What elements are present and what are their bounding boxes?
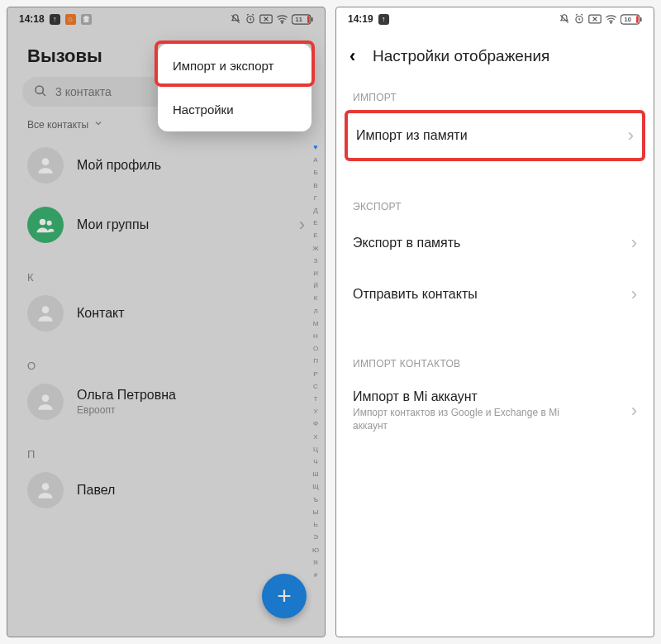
index-letter[interactable]: Ц [313,446,318,453]
svg-rect-5 [307,16,310,23]
row-import-from-memory[interactable]: Импорт из памяти › [345,110,645,161]
index-letter[interactable]: Ф [313,421,318,427]
menu-item-settings[interactable]: Настройки [158,88,311,131]
status-bar: 14:19 ↑ 10 [336,7,654,31]
contact-row-o[interactable]: Ольга Петровна Евроопт [7,372,325,432]
index-rail[interactable]: ♥ АБВГДЕЕЖЗИЙКЛМНОПРСТУФХЦЧШЩЪЫЬЭЮЯ# [310,144,321,579]
index-letter[interactable]: Д [313,208,317,214]
index-letter[interactable]: С [313,384,318,390]
section-header-k: К [7,255,325,284]
index-letter[interactable]: Г [314,195,317,202]
index-letter[interactable]: Э [313,534,318,541]
wifi-icon [605,14,617,24]
row-my-groups[interactable]: Мои группы › [7,195,325,255]
index-letter[interactable]: У [313,408,317,415]
index-letter[interactable]: Ж [312,246,318,252]
chevron-right-icon: › [631,232,637,254]
row-export-to-memory[interactable]: Экспорт в память › [336,217,654,269]
chevron-right-icon: › [631,400,637,422]
svg-point-7 [36,86,43,93]
index-letter[interactable]: Б [313,169,317,176]
x-status-icon [588,14,602,24]
chevron-right-icon: › [299,214,305,236]
chevron-down-icon [93,118,103,131]
groups-icon [27,207,64,243]
phone-left: 14:18 ↑ ⌂ 🗑 11 Вызовы [7,7,326,637]
my-groups-label: Мои группы [77,217,149,232]
alarm-icon [573,13,585,25]
row-my-profile[interactable]: Мой профиль [7,136,325,195]
contact-name: Контакт [77,306,125,321]
index-letter[interactable]: Ь [313,522,317,528]
svg-point-2 [282,22,283,23]
index-letter[interactable]: Ч [313,459,317,465]
chevron-right-icon: › [628,125,634,146]
index-letter[interactable]: К [314,295,318,302]
index-letter[interactable]: Я [313,560,318,566]
status-time: 14:19 [348,13,373,25]
index-letter[interactable]: Е [313,232,317,239]
setting-label: Отправить контакты [353,287,478,302]
index-letter[interactable]: Ъ [313,497,318,503]
back-button[interactable]: ‹ [350,45,373,67]
my-profile-label: Мой профиль [77,158,161,173]
svg-point-8 [42,158,50,165]
contact-row-k[interactable]: Контакт [7,284,325,343]
index-letter[interactable]: В [313,183,317,189]
index-letter[interactable]: Й [313,283,318,289]
setting-sublabel: Импорт контактов из Google и Exchange в … [353,407,584,432]
avatar-placeholder-icon [27,384,64,420]
index-letter[interactable]: Т [314,396,318,403]
dnd-icon [230,13,241,25]
index-letter[interactable]: А [313,157,317,164]
svg-point-9 [40,219,45,225]
index-letter[interactable]: Л [313,308,317,315]
alarm-icon [245,13,256,25]
avatar-placeholder-icon [27,295,64,332]
svg-text:11: 11 [296,16,302,23]
avatar-placeholder-icon [27,147,64,184]
dnd-icon [559,13,570,25]
search-placeholder: 3 контакта [55,85,112,98]
index-letter[interactable]: З [314,258,318,265]
index-letter[interactable]: Ш [312,471,318,478]
index-letter[interactable]: Ю [312,547,319,554]
menu-item-import-export[interactable]: Импорт и экспорт [158,44,311,88]
index-letter[interactable]: Е [313,220,317,227]
contact-subtitle: Евроопт [77,404,176,416]
index-letter[interactable]: И [313,270,318,277]
status-bar: 14:18 ↑ ⌂ 🗑 11 [7,7,325,31]
index-letter[interactable]: П [313,358,318,365]
setting-label: Импорт в Mi аккаунт [353,389,584,404]
svg-point-13 [42,483,50,490]
index-letter[interactable]: Ы [312,509,318,516]
contact-row-p[interactable]: Павел [7,460,325,520]
svg-text:10: 10 [625,16,631,23]
index-letter[interactable]: Х [313,434,317,441]
index-letter[interactable]: О [313,346,318,352]
svg-point-11 [42,306,50,313]
x-status-icon [259,14,273,24]
wifi-icon [276,14,288,24]
phone-right: 14:19 ↑ 10 ‹ Настройки отображения ИМПОР… [335,7,654,637]
row-share-contacts[interactable]: Отправить контакты › [336,269,654,320]
index-letter[interactable]: М [313,321,319,327]
chevron-right-icon: › [631,284,637,305]
heart-icon[interactable]: ♥ [313,144,317,151]
index-letter[interactable]: Щ [312,484,319,490]
app-icon: ⌂ [65,14,76,25]
filter-label: Все контакты [27,119,88,131]
contact-name: Ольга Петровна [77,388,176,403]
group-header-export: ЭКСПОРТ [336,163,654,217]
svg-point-10 [47,221,52,226]
section-header-p: П [7,432,325,460]
index-letter[interactable]: # [314,572,317,579]
trash-icon: 🗑 [81,14,92,25]
add-contact-fab[interactable]: + [262,574,307,618]
svg-point-16 [611,22,611,23]
row-import-to-mi[interactable]: Импорт в Mi аккаунт Импорт контактов из … [336,374,654,447]
battery-icon: 10 [621,14,642,25]
index-letter[interactable]: Р [313,371,317,378]
section-header-o: О [7,343,325,372]
index-letter[interactable]: Н [313,333,318,340]
